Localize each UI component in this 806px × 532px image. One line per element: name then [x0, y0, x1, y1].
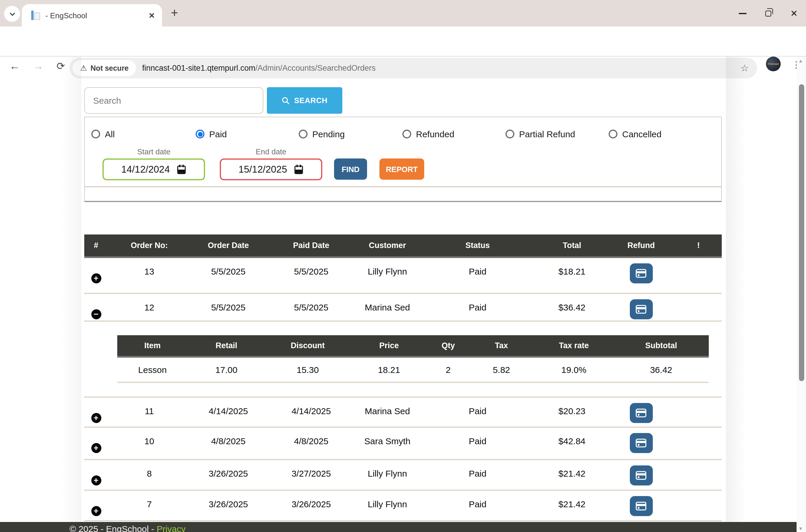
total: $21.42 — [537, 491, 607, 520]
qty: 2 — [427, 358, 469, 382]
status-radio-cancelled[interactable]: Cancelled — [609, 129, 661, 139]
calendar-icon[interactable] — [177, 164, 187, 174]
tab-close-icon[interactable]: ✕ — [149, 11, 155, 20]
radio-icon[interactable] — [196, 130, 205, 138]
price: 18.21 — [350, 358, 427, 382]
detail-col-tax-rate: Tax rate — [534, 341, 614, 350]
status-radio-pending[interactable]: Pending — [299, 129, 345, 139]
order-no: 13 — [108, 258, 191, 293]
radio-icon[interactable] — [609, 130, 617, 138]
radio-label: Paid — [209, 129, 227, 139]
security-label: Not secure — [91, 64, 129, 72]
order-no: 10 — [108, 428, 191, 459]
status-radio-partial-refund[interactable]: Partial Refund — [505, 129, 575, 139]
detail-col-subtotal: Subtotal — [614, 341, 709, 350]
credit-card-icon — [635, 438, 647, 448]
end-date-input[interactable]: 15/12/2025 — [220, 158, 322, 180]
site-favicon-icon — [31, 11, 40, 20]
avatar-label: Finncast — [768, 62, 779, 65]
tab-strip: - EngSchool ✕ + ✕ — [0, 0, 806, 26]
detail-col-item: Item — [117, 341, 188, 350]
detail-col-price: Price — [350, 341, 427, 350]
security-chip[interactable]: ⚠ Not secure — [73, 60, 136, 76]
profile-avatar[interactable]: Finncast — [766, 57, 781, 71]
find-button[interactable]: FIND — [334, 158, 367, 180]
col-header-alert: ! — [675, 241, 722, 250]
order-date: 3/26/2025 — [191, 491, 266, 520]
refund-button[interactable] — [630, 263, 653, 283]
order-date: 3/26/2025 — [191, 460, 266, 490]
address-bar[interactable]: ⚠ Not secure finncast-001-site1.qtempurl… — [70, 58, 757, 78]
tab-engschool[interactable]: - EngSchool ✕ — [22, 4, 162, 26]
new-tab-button[interactable]: + — [171, 6, 178, 20]
col-header-customer: Customer — [357, 241, 418, 250]
minimize-icon[interactable] — [739, 13, 747, 14]
expand-plus-icon[interactable]: + — [91, 506, 101, 516]
calendar-icon[interactable] — [294, 164, 304, 174]
radio-label: Refunded — [416, 129, 454, 139]
browser-window: - EngSchool ✕ + ✕ ← → ⟳ ⚠ Not secure fin… — [0, 0, 806, 532]
col-header-order-date: Order Date — [191, 241, 266, 250]
col-header-status: Status — [418, 241, 537, 250]
page-scrollbar[interactable]: ▲ ▼ — [797, 57, 806, 532]
order-row-10: + 10 4/8/2025 4/8/2025 Sara Smyth Paid $… — [84, 428, 722, 460]
forward-icon[interactable]: → — [33, 60, 44, 73]
status-radio-all[interactable]: All — [91, 129, 115, 139]
alert-cell — [675, 398, 722, 426]
search-input[interactable] — [84, 87, 263, 114]
radio-label: All — [105, 129, 115, 139]
copyright-text: © 2025 - EngSchool - — [70, 524, 157, 532]
order-no: 11 — [108, 398, 191, 426]
orders-table: # Order No: Order Date Paid Date Custome… — [84, 234, 722, 521]
radio-icon[interactable] — [91, 130, 100, 138]
order-row-12: − 12 5/5/2025 5/5/2025 Marina Sed Paid $… — [84, 294, 722, 322]
refund-button[interactable] — [630, 466, 653, 486]
refund-button[interactable] — [630, 299, 653, 319]
scrollbar-thumb[interactable] — [799, 84, 804, 381]
credit-card-icon — [635, 304, 647, 315]
status-radio-paid[interactable]: Paid — [196, 129, 227, 139]
expand-plus-icon[interactable]: + — [91, 443, 101, 453]
col-header-expand: # — [84, 241, 108, 250]
filter-panel: All Paid Pending Refunded Partial Refund… — [84, 117, 722, 202]
radio-icon[interactable] — [299, 130, 308, 138]
url-path: /Admin/Accounts/SearchedOrders — [255, 64, 376, 73]
paid-date: 3/27/2025 — [266, 460, 357, 490]
order-no: 7 — [108, 491, 191, 520]
collapse-minus-icon[interactable]: − — [91, 309, 101, 319]
credit-card-icon — [635, 268, 647, 279]
window-close-icon[interactable]: ✕ — [790, 9, 798, 18]
refund-button[interactable] — [630, 403, 653, 423]
total: $42.84 — [537, 428, 607, 459]
page-left-shadow — [61, 57, 81, 522]
credit-card-icon — [635, 470, 647, 481]
restore-icon[interactable] — [766, 10, 771, 16]
status-radio-refunded[interactable]: Refunded — [402, 129, 454, 139]
tab-search-button[interactable] — [4, 6, 20, 22]
scrollbar-up-icon[interactable]: ▲ — [798, 58, 803, 64]
paid-date: 3/26/2025 — [266, 491, 357, 520]
scrollbar-down-icon[interactable]: ▼ — [798, 526, 803, 531]
start-date-input[interactable]: 14/12/2024 — [102, 158, 205, 180]
expand-plus-icon[interactable]: + — [91, 413, 101, 423]
order-detail-table: Item Retail Discount Price Qty Tax Tax r… — [117, 335, 709, 383]
total: $21.42 — [537, 460, 607, 490]
total: $20.23 — [537, 398, 607, 426]
back-icon[interactable]: ← — [9, 60, 20, 73]
search-button[interactable]: SEARCH — [267, 87, 342, 114]
detail-col-retail: Retail — [188, 341, 265, 350]
start-date-value: 14/12/2024 — [121, 164, 170, 175]
url-host: finncast-001-site1.qtempurl.com — [142, 64, 255, 73]
order-row-11: + 11 4/14/2025 4/14/2025 Marina Sed Paid… — [84, 397, 722, 428]
radio-icon[interactable] — [402, 130, 411, 138]
expand-plus-icon[interactable]: + — [91, 475, 101, 486]
refund-button[interactable] — [630, 433, 653, 453]
order-no: 8 — [108, 460, 191, 490]
radio-label: Pending — [312, 129, 345, 139]
radio-icon[interactable] — [505, 130, 514, 138]
report-button[interactable]: REPORT — [380, 158, 424, 180]
retail: 17.00 — [188, 358, 265, 382]
privacy-link[interactable]: Privacy — [157, 524, 186, 532]
refund-button[interactable] — [630, 496, 653, 516]
expand-plus-icon[interactable]: + — [91, 273, 101, 283]
